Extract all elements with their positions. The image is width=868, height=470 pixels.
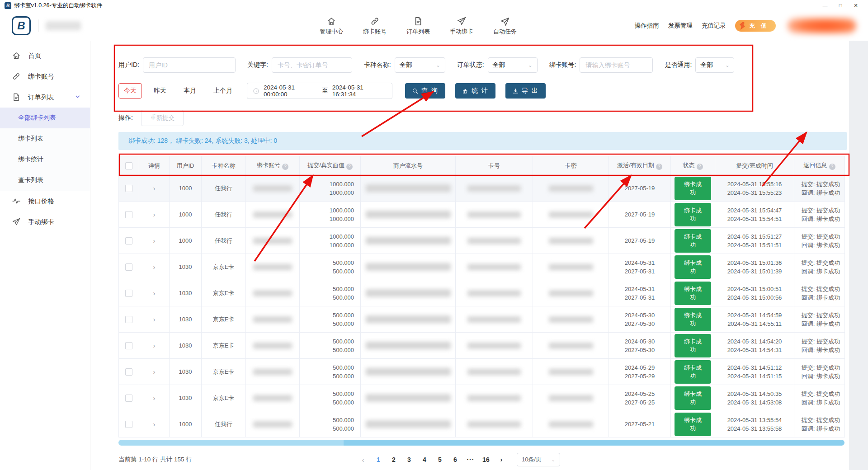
maximize-button[interactable]: □ bbox=[833, 0, 848, 10]
bind-account-input[interactable] bbox=[580, 57, 653, 73]
row-checkbox[interactable] bbox=[125, 185, 132, 192]
status-badge[interactable]: 绑卡成功 bbox=[675, 308, 711, 331]
link-recharge-record[interactable]: 充值记录 bbox=[702, 22, 726, 30]
top-nav-item-plane[interactable]: 手动绑卡 bbox=[450, 16, 473, 36]
quick-range-今天[interactable]: 今天 bbox=[118, 83, 142, 99]
close-button[interactable]: ✕ bbox=[848, 0, 863, 10]
sidebar-item-home[interactable]: 首页 bbox=[0, 45, 90, 66]
is-common-select[interactable]: 全部 ⌄ bbox=[695, 57, 734, 73]
quick-range-上个月[interactable]: 上个月 bbox=[208, 83, 238, 99]
quick-range-本月[interactable]: 本月 bbox=[178, 83, 202, 99]
row-checkbox[interactable] bbox=[125, 211, 132, 218]
status-badge[interactable]: 绑卡成功 bbox=[675, 229, 711, 253]
user-id-input[interactable] bbox=[143, 57, 236, 73]
prev-page-button[interactable]: ‹ bbox=[357, 453, 369, 466]
row-checkbox[interactable] bbox=[125, 368, 132, 376]
expand-row-icon[interactable]: › bbox=[153, 315, 156, 323]
blurred-cta-button[interactable] bbox=[788, 18, 856, 34]
recharge-button[interactable]: 充 值 bbox=[735, 20, 776, 32]
expand-row-icon[interactable]: › bbox=[153, 394, 156, 402]
status-badge[interactable]: 绑卡成功 bbox=[675, 334, 711, 357]
status-badge[interactable]: 绑卡成功 bbox=[675, 413, 711, 436]
select-all-checkbox[interactable] bbox=[125, 162, 132, 169]
minimize-button[interactable]: — bbox=[817, 0, 833, 10]
cell-return-info: 提交: 提交成功回调: 绑卡成功 bbox=[794, 228, 845, 254]
page-button-5[interactable]: 5 bbox=[434, 453, 446, 466]
expand-row-icon[interactable]: › bbox=[153, 289, 156, 297]
status-badge[interactable]: 绑卡成功 bbox=[675, 255, 711, 279]
export-button[interactable]: 导 出 bbox=[505, 83, 546, 99]
blurred-bind-account bbox=[253, 264, 292, 270]
date-range-picker[interactable]: 2024-05-31 00:00:00 至 2024-05-31 16:31:3… bbox=[247, 83, 392, 99]
page-button-1[interactable]: 1 bbox=[372, 453, 385, 466]
quick-range-昨天[interactable]: 昨天 bbox=[148, 83, 172, 99]
row-checkbox[interactable] bbox=[125, 395, 132, 402]
card-type-select[interactable]: 全部 ⌄ bbox=[395, 57, 445, 73]
row-checkbox[interactable] bbox=[125, 342, 132, 349]
expand-row-icon[interactable]: › bbox=[153, 263, 156, 271]
page-button-2[interactable]: 2 bbox=[387, 453, 400, 466]
search-icon bbox=[412, 88, 419, 94]
blurred-merchant-serial bbox=[366, 394, 451, 402]
cell-times: 2024-05-31 15:55:162024-05-31 15:55:23 bbox=[715, 175, 794, 202]
sidebar-subitem-绑卡列表[interactable]: 绑卡列表 bbox=[0, 128, 90, 149]
row-checkbox[interactable] bbox=[125, 290, 132, 297]
row-checkbox[interactable] bbox=[125, 263, 132, 271]
table-row: › 1000 任我行 500.000500.000 2027-05-21 绑卡成… bbox=[119, 411, 845, 437]
top-nav-item-document[interactable]: 订单列表 bbox=[406, 16, 430, 36]
sidebar-subitem-绑卡统计[interactable]: 绑卡统计 bbox=[0, 149, 90, 170]
blurred-card-key bbox=[549, 421, 593, 428]
expand-row-icon[interactable]: › bbox=[153, 420, 156, 428]
help-icon[interactable]: ? bbox=[656, 164, 662, 170]
horizontal-scrollbar[interactable] bbox=[118, 440, 844, 446]
order-status-select[interactable]: 全部 ⌄ bbox=[488, 57, 538, 73]
vertical-scrollbar-track[interactable] bbox=[849, 41, 868, 470]
help-icon[interactable]: ? bbox=[697, 164, 703, 170]
help-icon[interactable]: ? bbox=[346, 164, 353, 170]
status-badge[interactable]: 绑卡成功 bbox=[675, 282, 711, 305]
search-button[interactable]: 查 询 bbox=[405, 83, 445, 99]
expand-row-icon[interactable]: › bbox=[153, 211, 156, 218]
link-guide[interactable]: 操作指南 bbox=[635, 22, 659, 30]
statistics-button[interactable]: 统 计 bbox=[455, 83, 495, 99]
blurred-merchant-serial bbox=[366, 420, 451, 428]
page-button-3[interactable]: 3 bbox=[403, 453, 415, 466]
cell-dates: 2024-05-302027-05-30 bbox=[609, 333, 671, 359]
row-checkbox[interactable] bbox=[125, 421, 132, 428]
page-button-16[interactable]: 16 bbox=[480, 453, 492, 466]
sidebar-item-document[interactable]: 订单列表 bbox=[0, 87, 90, 108]
cell-dates: 2024-05-312027-05-31 bbox=[609, 280, 671, 306]
sidebar-item-plane[interactable]: 手动绑卡 bbox=[0, 212, 90, 232]
next-page-button[interactable]: › bbox=[495, 453, 508, 466]
top-nav-item-send[interactable]: 自动任务 bbox=[493, 16, 517, 36]
sidebar-subitem-全部绑卡列表[interactable]: 全部绑卡列表 bbox=[0, 108, 90, 128]
keyword-input[interactable] bbox=[272, 57, 352, 73]
expand-row-icon[interactable]: › bbox=[153, 237, 156, 244]
help-icon[interactable]: ? bbox=[282, 164, 288, 170]
expand-row-icon[interactable]: › bbox=[153, 184, 156, 192]
status-badge[interactable]: 绑卡成功 bbox=[675, 386, 711, 410]
table-row: › 1030 京东E卡 500.000500.000 2024-05-31202… bbox=[119, 254, 845, 280]
top-nav-item-link[interactable]: 绑卡账号 bbox=[363, 16, 387, 36]
page-size-select[interactable]: 10条/页 ⌄ bbox=[517, 453, 560, 466]
app-logo-icon: B bbox=[5, 2, 11, 9]
sidebar-item-pulse[interactable]: 接口价格 bbox=[0, 191, 90, 212]
top-nav-item-home[interactable]: 管理中心 bbox=[320, 16, 343, 36]
page-button-6[interactable]: 6 bbox=[449, 453, 462, 466]
row-checkbox[interactable] bbox=[125, 316, 132, 323]
date-separator: 至 bbox=[322, 87, 328, 95]
sidebar-subitem-查卡列表[interactable]: 查卡列表 bbox=[0, 170, 90, 191]
sidebar-item-link[interactable]: 绑卡账号 bbox=[0, 66, 90, 87]
expand-row-icon[interactable]: › bbox=[153, 342, 156, 349]
status-badge[interactable]: 绑卡成功 bbox=[675, 360, 711, 384]
link-invoice[interactable]: 发票管理 bbox=[668, 22, 693, 30]
page-button-4[interactable]: 4 bbox=[418, 453, 431, 466]
help-icon[interactable]: ? bbox=[829, 164, 835, 170]
status-badge[interactable]: 绑卡成功 bbox=[675, 177, 711, 200]
row-checkbox[interactable] bbox=[125, 237, 132, 244]
blurred-card-number bbox=[467, 395, 521, 401]
expand-row-icon[interactable]: › bbox=[153, 368, 156, 376]
blurred-merchant-serial bbox=[366, 184, 451, 192]
resubmit-button[interactable]: 重新提交 bbox=[141, 110, 184, 126]
status-badge[interactable]: 绑卡成功 bbox=[675, 203, 711, 226]
